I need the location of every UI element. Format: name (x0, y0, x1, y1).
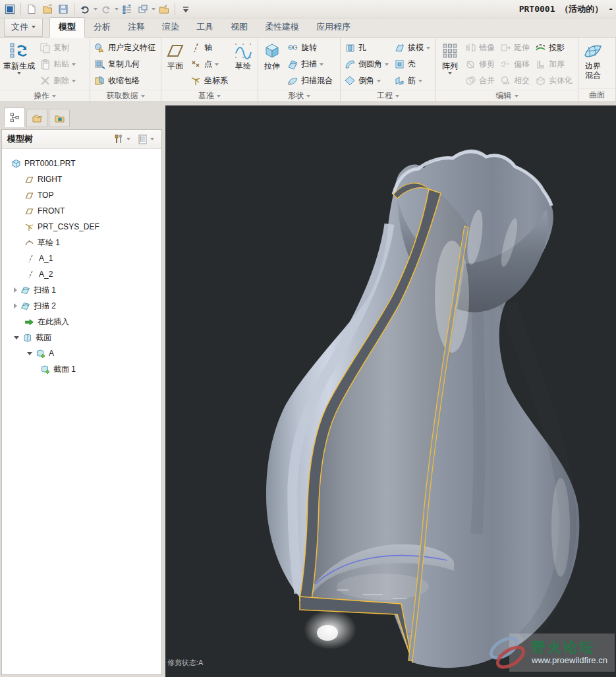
mirror-icon (465, 42, 476, 53)
group-label-editing[interactable]: 编辑 (436, 90, 578, 102)
delete-button[interactable]: 删除 (37, 73, 78, 89)
app-window-icon[interactable] (3, 2, 17, 16)
watermark-title: 野火论坛 (532, 640, 615, 655)
new-file-icon[interactable] (24, 2, 39, 16)
sweep-button[interactable]: 扫描 (285, 56, 335, 73)
group-label-getdata[interactable]: 获取数据 (90, 90, 161, 102)
tree-item-sweep1[interactable]: 扫描 1 (2, 282, 161, 298)
tab-model[interactable]: 模型 (49, 17, 85, 38)
tab-analysis[interactable]: 分析 (85, 18, 119, 37)
axis-button[interactable]: 轴 (188, 40, 231, 56)
intersect-button[interactable]: 相交 (497, 73, 532, 89)
shrinkwrap-button[interactable]: 收缩包络 (92, 73, 158, 89)
extrude-icon (262, 40, 283, 61)
ribbon: 重新生成 复制 粘贴 删除 操作 用户定义特征 复制几何 收缩包络 获 (0, 38, 616, 102)
tab-file[interactable]: 文件 (4, 18, 43, 37)
tree-item-a2[interactable]: A_2 (2, 266, 161, 282)
group-label-datum[interactable]: 基准 (161, 90, 258, 102)
pattern-button[interactable]: 阵列 (437, 38, 462, 74)
tab-folder-browser[interactable] (26, 109, 47, 127)
customize-toolbar-icon[interactable] (179, 2, 193, 16)
tree-item-sweep2[interactable]: 扫描 2 (2, 298, 161, 314)
redo-dropdown-icon[interactable] (115, 8, 119, 11)
hole-button[interactable]: 孔 (342, 40, 391, 56)
tree-item-top[interactable]: TOP (2, 187, 161, 203)
3d-viewport[interactable]: 修剪状态:A 野火论坛 www.proewildfire.cn (165, 105, 616, 677)
undo-icon[interactable] (78, 2, 92, 16)
rib-button[interactable]: 筋 (391, 73, 433, 89)
trim-button[interactable]: 修剪 (462, 56, 497, 73)
delete-icon (40, 75, 51, 86)
boundary-blend-button[interactable]: 边界混合 (580, 38, 606, 80)
udf-button[interactable]: 用户定义特征 (92, 40, 158, 56)
expand-icon[interactable] (14, 303, 17, 309)
redo-icon[interactable] (99, 2, 113, 16)
ribbon-group-datum: 平面 轴 点 坐标系 草绘 基准 (161, 38, 258, 102)
group-label-engineering[interactable]: 工程 (341, 90, 435, 102)
tab-model-tree[interactable] (4, 107, 25, 127)
extend-button[interactable]: 延伸 (497, 40, 532, 56)
merge-button[interactable]: 合并 (462, 73, 497, 89)
tree-item-sections[interactable]: 截面 (2, 330, 161, 345)
tree-tools-button[interactable] (111, 132, 132, 146)
draft-button[interactable]: 拔模 (391, 40, 433, 56)
shell-button[interactable]: 壳 (391, 56, 433, 73)
windows-dropdown-icon[interactable] (152, 8, 155, 11)
pattern-icon (439, 40, 461, 61)
point-button[interactable]: 点 (188, 56, 231, 73)
chamfer-button[interactable]: 倒角 (342, 73, 391, 89)
mirror-button[interactable]: 镜像 (462, 40, 497, 56)
regenerate-button[interactable]: 重新生成 (1, 38, 37, 74)
plane-button[interactable]: 平面 (163, 38, 188, 71)
tree-item-sketch1[interactable]: 草绘 1 (2, 235, 161, 250)
csys-button[interactable]: 坐标系 (188, 73, 231, 89)
copy-geometry-button[interactable]: 复制几何 (92, 56, 158, 73)
section-instance-icon (36, 349, 45, 359)
tree-item-csys[interactable]: PRT_CSYS_DEF (2, 219, 161, 235)
point-icon (190, 59, 202, 70)
paste-button[interactable]: 粘贴 (37, 56, 78, 73)
axis-icon (26, 254, 36, 264)
quick-access-toolbar (3, 2, 193, 16)
ribbon-group-surfaces: 边界混合 曲面 (578, 38, 616, 102)
revolve-button[interactable]: 旋转 (285, 40, 335, 56)
close-window-icon[interactable] (157, 2, 171, 16)
extrude-button[interactable]: 拉伸 (260, 38, 285, 71)
sketch-button[interactable]: 草绘 (231, 38, 256, 71)
tab-render[interactable]: 渲染 (154, 18, 188, 37)
round-button[interactable]: 倒圆角 (342, 56, 391, 73)
group-label-shapes[interactable]: 形状 (258, 90, 340, 102)
tab-flexible-modeling[interactable]: 柔性建模 (256, 18, 308, 37)
solidify-button[interactable]: 实体化 (532, 73, 575, 89)
tab-view[interactable]: 视图 (222, 18, 256, 37)
open-file-icon[interactable] (40, 2, 55, 16)
copy-button[interactable]: 复制 (37, 40, 78, 56)
tab-annotate[interactable]: 注释 (119, 18, 154, 37)
thicken-button[interactable]: 加厚 (532, 56, 575, 73)
swept-blend-button[interactable]: 扫描混合 (285, 73, 335, 89)
windows-icon[interactable] (136, 2, 150, 16)
tab-applications[interactable]: 应用程序 (308, 18, 359, 37)
tree-item-front[interactable]: FRONT (2, 203, 161, 219)
expand-icon[interactable] (14, 287, 17, 293)
tree-item-section1[interactable]: 截面 1 (2, 361, 161, 377)
offset-button[interactable]: 偏移 (497, 56, 532, 73)
undo-dropdown-icon[interactable] (94, 8, 98, 11)
regenerate-icon (9, 40, 30, 61)
tab-favorites[interactable] (49, 109, 70, 127)
save-icon[interactable] (56, 2, 70, 16)
tab-tools[interactable]: 工具 (188, 18, 222, 37)
tree-item-a1[interactable]: A_1 (2, 250, 161, 266)
project-button[interactable]: 投影 (532, 40, 575, 56)
collapse-icon[interactable] (27, 352, 32, 355)
group-label-operations[interactable]: 操作 (0, 90, 90, 102)
collapse-icon[interactable] (14, 336, 19, 339)
regenerate-list-icon[interactable] (120, 2, 134, 16)
tree-item-right[interactable]: RIGHT (2, 171, 161, 187)
tree-item-part[interactable]: PRT0001.PRT (2, 156, 161, 171)
group-label-surfaces[interactable]: 曲面 (578, 88, 615, 102)
tree-item-section-a[interactable]: A (2, 345, 161, 361)
tree-settings-button[interactable] (135, 132, 156, 146)
tree-item-insert-here[interactable]: 在此插入 (2, 314, 161, 330)
vase-model[interactable] (165, 105, 616, 677)
